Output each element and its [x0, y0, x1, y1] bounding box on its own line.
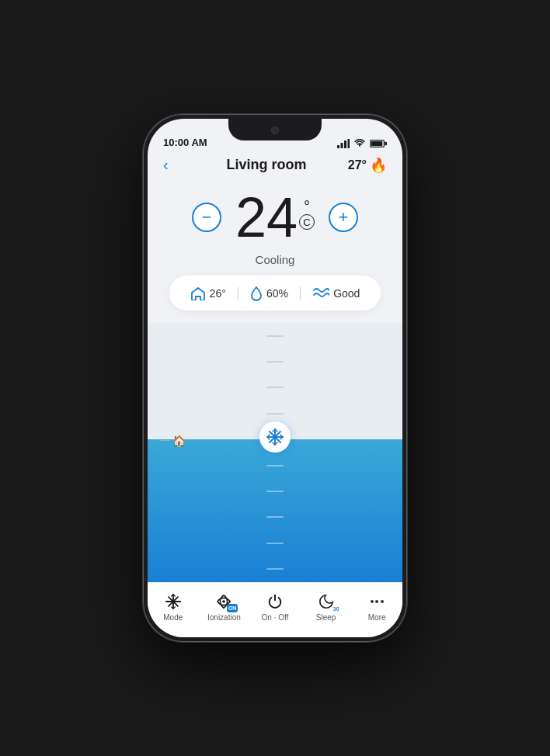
- nav-item-on-off[interactable]: On · Off: [249, 589, 301, 625]
- home-icon: [190, 286, 206, 300]
- weather-icon: 🔥: [370, 157, 387, 174]
- home-temperature: 26°: [210, 287, 226, 300]
- mode-label: Mode: [163, 613, 183, 622]
- humidity-display: 60%: [250, 286, 288, 301]
- power-icon: [266, 593, 284, 610]
- temperature-slider[interactable]: 🏠: [148, 323, 402, 582]
- temperature-display: 24 ° C: [235, 189, 315, 245]
- sleep-icon-container: 30: [315, 592, 337, 611]
- on-off-label: On · Off: [262, 613, 289, 622]
- decrease-temp-button[interactable]: −: [192, 203, 221, 232]
- air-quality-display: Good: [312, 287, 360, 300]
- dot-1: [371, 600, 374, 603]
- outdoor-temp: 27°: [348, 158, 367, 172]
- ionization-label: Ionization: [207, 613, 241, 622]
- mode-status: Cooling: [148, 253, 402, 266]
- status-icons: [337, 139, 387, 148]
- ionization-icon-container: ON: [213, 592, 235, 611]
- back-button[interactable]: ‹: [163, 156, 185, 174]
- svg-point-27: [223, 600, 226, 603]
- sleep-badge: 30: [333, 606, 339, 612]
- temperature-handle[interactable]: [259, 421, 291, 453]
- humidity-icon: [250, 286, 263, 301]
- humidity-value: 60%: [266, 287, 288, 300]
- dot-3: [381, 600, 384, 603]
- level-home-icon: 🏠: [172, 435, 186, 447]
- home-level-indicator: 🏠: [160, 435, 186, 447]
- sleep-label: Sleep: [316, 613, 336, 622]
- mode-icon-container: [162, 592, 184, 611]
- mode-snowflake-icon: [165, 593, 182, 610]
- separator-2: |: [298, 285, 302, 301]
- ionization-badge: ON: [227, 604, 238, 612]
- increase-temp-button[interactable]: +: [329, 203, 358, 232]
- air-quality-value: Good: [333, 287, 360, 300]
- nav-item-sleep[interactable]: 30 Sleep: [301, 589, 352, 625]
- snowflake-icon: [266, 428, 284, 446]
- wifi-icon: [353, 139, 366, 148]
- status-time: 10:00 AM: [163, 137, 207, 148]
- temp-unit: ° C: [299, 199, 315, 230]
- svg-rect-0: [337, 145, 339, 148]
- celsius-symbol: C: [299, 214, 315, 230]
- svg-rect-5: [385, 142, 387, 145]
- nav-item-mode[interactable]: Mode: [148, 589, 199, 625]
- svg-rect-2: [344, 140, 346, 148]
- battery-icon: [370, 139, 387, 148]
- camera: [271, 127, 279, 134]
- svg-rect-3: [348, 139, 350, 148]
- power-icon-container: [264, 592, 286, 611]
- more-label: More: [368, 613, 386, 622]
- dot-2: [375, 600, 378, 603]
- temperature-control: − 24 ° C +: [148, 182, 402, 253]
- nav-item-more[interactable]: More: [351, 589, 402, 625]
- svg-rect-6: [371, 141, 382, 146]
- more-icon-container: [366, 592, 388, 611]
- sleep-icon: [318, 593, 335, 610]
- header: ‹ Living room 27° 🔥: [148, 153, 402, 182]
- phone-screen: 10:00 AM: [148, 119, 402, 637]
- separator-1: |: [236, 285, 240, 301]
- air-quality-icon: [312, 287, 329, 300]
- more-dots-icon: [371, 600, 384, 603]
- notch: [228, 119, 322, 140]
- home-temp-display: 26°: [190, 286, 226, 300]
- bottom-navigation: Mode ON Ionization: [148, 582, 402, 637]
- slider-bottom-bg: [148, 439, 402, 582]
- degree-symbol: °: [304, 199, 310, 214]
- level-line: [160, 440, 169, 442]
- current-temp: 24: [235, 189, 298, 245]
- page-title: Living room: [226, 157, 306, 173]
- nav-item-ionization[interactable]: ON Ionization: [199, 589, 250, 625]
- weather-display: 27° 🔥: [348, 157, 387, 174]
- signal-icon: [337, 139, 350, 148]
- svg-rect-1: [341, 143, 343, 148]
- environment-info-bar: 26° | 60% | Good: [169, 276, 381, 310]
- phone-frame: 10:00 AM: [143, 114, 407, 642]
